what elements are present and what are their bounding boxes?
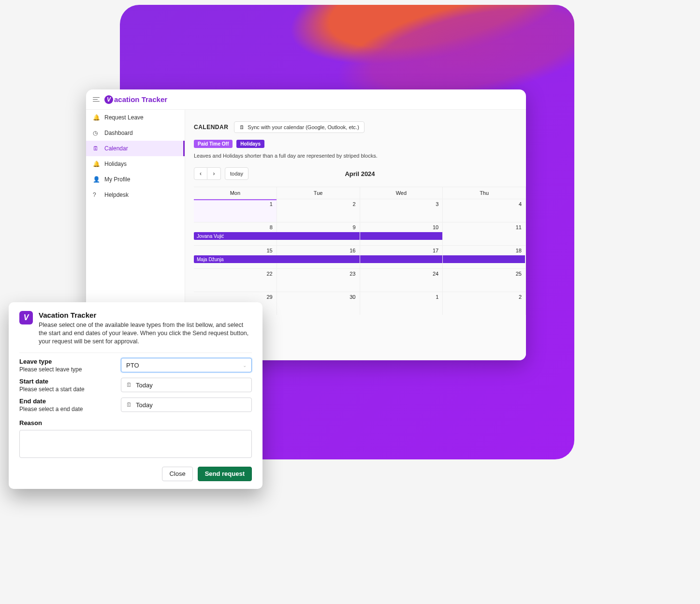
chevron-left-icon: ‹	[200, 170, 202, 177]
close-button[interactable]: Close	[162, 467, 192, 481]
sync-calendar-button[interactable]: 🗓 Sync with your calendar (Google, Outlo…	[234, 121, 365, 133]
calendar-cell[interactable]: 1	[360, 292, 443, 315]
end-date-value: Today	[136, 401, 153, 409]
section-title: CALENDAR	[194, 124, 228, 131]
calendar-cell[interactable]: 4	[443, 199, 526, 222]
dashboard-icon: ◷	[93, 130, 100, 136]
calendar-cell[interactable]: 22	[194, 269, 277, 292]
calendar-cell[interactable]: 25	[443, 269, 526, 292]
next-month-button[interactable]: ›	[207, 167, 221, 180]
day-number: 15	[267, 248, 273, 253]
app-logo: V acation Tracker	[104, 95, 167, 104]
logo-mark-icon: V	[104, 95, 113, 104]
calendar-row: 15 Maja Džunja 16 17 18	[194, 245, 526, 268]
prev-month-button[interactable]: ‹	[194, 167, 207, 180]
sidebar-item-request-leave[interactable]: 🔔 Request Leave	[86, 110, 185, 125]
calendar-cell[interactable]: 18	[443, 246, 526, 268]
section-header-row: CALENDAR 🗓 Sync with your calendar (Goog…	[194, 121, 526, 133]
calendar-cell[interactable]: 2	[443, 292, 526, 315]
sidebar-item-holidays[interactable]: 🔔 Holidays	[86, 156, 185, 172]
day-number: 1	[436, 294, 438, 300]
day-number: 22	[267, 271, 273, 277]
reason-textarea[interactable]	[19, 430, 252, 458]
day-number: 4	[519, 201, 522, 207]
calendar-cell[interactable]: 9	[277, 222, 360, 245]
end-date-sub: Please select a end date	[19, 406, 116, 412]
sidebar-item-label: Helpdesk	[104, 192, 129, 198]
leave-type-select[interactable]: PTO ⌄	[121, 358, 252, 372]
sidebar-item-dashboard[interactable]: ◷ Dashboard	[86, 125, 185, 141]
bell-icon: 🔔	[93, 161, 100, 167]
legend-chips: Paid Time Off Holidays	[194, 140, 526, 148]
app-name: acation Tracker	[114, 95, 167, 103]
calendar-grid: Mon Tue Wed Thu 1 2 3 4 8 Jov	[194, 187, 526, 315]
menu-toggle-icon[interactable]	[93, 96, 100, 103]
chevron-down-icon: ⌄	[243, 363, 247, 368]
sidebar-item-helpdesk[interactable]: ? Helpdesk	[86, 187, 185, 203]
sidebar-item-label: Request Leave	[104, 114, 144, 121]
sidebar-item-my-profile[interactable]: 👤 My Profile	[86, 172, 185, 187]
user-icon: 👤	[93, 176, 100, 183]
calendar-cell[interactable]: 16	[277, 246, 360, 268]
sync-button-label: Sync with your calendar (Google, Outlook…	[248, 124, 359, 130]
calendar-cell[interactable]: 30	[277, 292, 360, 315]
day-number: 10	[433, 224, 438, 230]
calendar-icon: 🗓	[126, 382, 132, 388]
day-number: 2	[352, 201, 355, 207]
day-number: 29	[267, 294, 273, 300]
start-date-label: Start date	[19, 378, 116, 385]
app-header: V acation Tracker	[86, 89, 526, 110]
calendar-cell[interactable]: 10	[360, 222, 443, 245]
day-number: 3	[436, 201, 438, 207]
calendar-row: 22 23 24 25	[194, 268, 526, 292]
calendar-head-row: Mon Tue Wed Thu	[194, 187, 526, 199]
chevron-right-icon: ›	[213, 170, 215, 177]
calendar-cell[interactable]: 23	[277, 269, 360, 292]
calendar-cell[interactable]: 3	[360, 199, 443, 222]
calendar-cell[interactable]: 1	[194, 199, 277, 222]
calendar-sync-icon: 🗓	[239, 124, 245, 130]
request-leave-modal: V Vacation Tracker Please select one of …	[9, 302, 262, 489]
calendar-cell[interactable]: 15 Maja Džunja	[194, 246, 277, 268]
send-request-button[interactable]: Send request	[198, 467, 252, 481]
calendar-cell[interactable]: 17	[360, 246, 443, 268]
calendar-row: 8 Jovana Vujić 9 10 11	[194, 222, 526, 245]
end-date-label: End date	[19, 398, 116, 405]
calendar-row: 1 2 3 4	[194, 199, 526, 222]
modal-description: Please select one of the available leave…	[39, 321, 252, 346]
sidebar-item-label: Dashboard	[104, 130, 133, 136]
calendar-toolbar: ‹ › today April 2024	[194, 167, 526, 180]
leave-type-sub: Please select leave type	[19, 366, 116, 373]
reason-label: Reason	[19, 419, 42, 427]
day-number: 8	[270, 224, 273, 230]
calendar-cell[interactable]: 8 Jovana Vujić	[194, 222, 277, 245]
sidebar-item-calendar[interactable]: 🗓 Calendar	[86, 141, 185, 156]
day-number: 18	[516, 248, 522, 253]
start-date-sub: Please select a start date	[19, 386, 116, 393]
chip-holidays: Holidays	[236, 140, 264, 148]
day-number: 1	[270, 201, 273, 207]
day-number: 17	[433, 248, 438, 253]
start-date-value: Today	[136, 382, 153, 389]
modal-form: Leave type Please select leave type PTO …	[19, 358, 252, 412]
sidebar-item-label: Holidays	[104, 161, 127, 167]
logo-mark-icon: V	[19, 311, 33, 324]
day-number: 25	[516, 271, 522, 277]
calendar-cell[interactable]: 11	[443, 222, 526, 245]
calendar-cell[interactable]: 2	[277, 199, 360, 222]
calendar-nav: ‹ ›	[194, 167, 221, 180]
start-date-input[interactable]: 🗓 Today	[121, 378, 252, 392]
day-number: 24	[433, 271, 438, 277]
day-header: Tue	[277, 187, 360, 199]
end-date-input[interactable]: 🗓 Today	[121, 398, 252, 412]
chip-pto: Paid Time Off	[194, 140, 233, 148]
today-button[interactable]: today	[225, 167, 248, 180]
sidebar-item-label: My Profile	[104, 176, 130, 183]
calendar-icon: 🗓	[126, 401, 132, 408]
form-label-group: Leave type Please select leave type	[19, 358, 116, 373]
day-number: 23	[350, 271, 355, 277]
form-label-group: Start date Please select a start date	[19, 378, 116, 393]
modal-footer: Close Send request	[19, 467, 252, 481]
calendar-cell[interactable]: 24	[360, 269, 443, 292]
help-icon: ?	[93, 192, 100, 198]
